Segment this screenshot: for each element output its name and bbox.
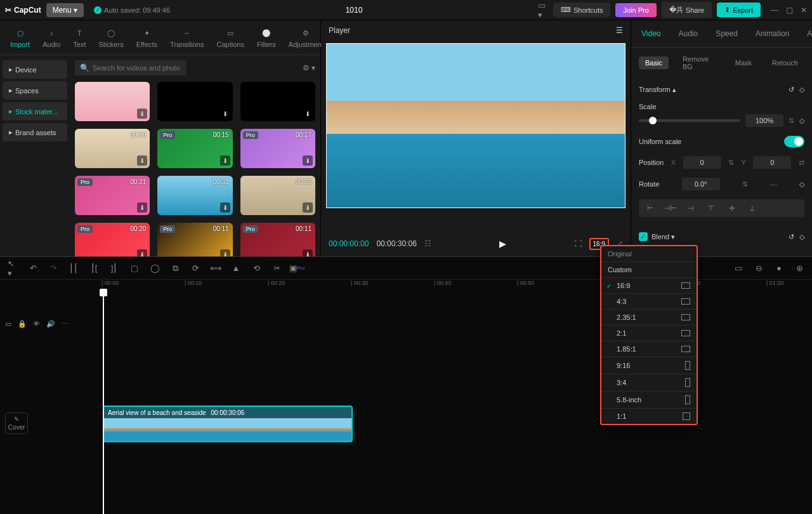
sidebar-item-3[interactable]: ▸Brand assets	[3, 123, 67, 142]
tab-audio[interactable]: ♪Audio	[37, 24, 65, 51]
tab-filters[interactable]: ⚪Filters	[252, 24, 281, 51]
rotate-icon[interactable]: ⟲	[251, 263, 261, 273]
preview-icon[interactable]: ▭	[5, 320, 11, 328]
keyframe-icon[interactable]: ◇	[799, 117, 804, 125]
align-left-icon[interactable]: ⊢	[641, 202, 659, 214]
tab-transitions[interactable]: ↔Transitions	[165, 24, 209, 51]
mirror-icon[interactable]: ⟺	[211, 263, 221, 273]
inspector-tab-adjust[interactable]: Adjust	[799, 25, 812, 42]
rotate-input[interactable]: 0.0°	[682, 178, 720, 190]
crop-icon[interactable]: ✂	[272, 263, 282, 273]
eye-icon[interactable]: 👁	[33, 320, 40, 328]
align-center-h-icon[interactable]: ⊣⊢	[662, 202, 679, 214]
pro-tool-icon[interactable]: ▣Pro	[292, 263, 302, 273]
undo-icon[interactable]: ↶	[28, 263, 38, 273]
download-icon[interactable]: ⬇	[220, 109, 230, 119]
join-pro-button[interactable]: Join Pro	[615, 3, 656, 17]
share-button[interactable]: �共 Share	[662, 2, 712, 18]
media-item-6[interactable]: Pro00:21⬇	[75, 176, 150, 215]
inspector-tab-video[interactable]: Video	[634, 25, 668, 42]
inspector-tab-audio[interactable]: Audio	[671, 25, 705, 42]
zoom-in-icon[interactable]: ⊕	[794, 263, 804, 273]
ratio-option-1-85-1[interactable]: 1.85:1	[601, 341, 697, 357]
keyframe-icon[interactable]: ◇	[799, 86, 804, 94]
subtab-retouch[interactable]: Retouch	[766, 56, 804, 69]
tab-effects[interactable]: ✦Effects	[131, 24, 162, 51]
align-right-icon[interactable]: ⊣	[682, 202, 700, 214]
focus-icon[interactable]: ⛶	[574, 239, 582, 248]
keyframe-icon[interactable]: ◇	[799, 180, 804, 188]
loop-icon[interactable]: ⟳	[190, 263, 200, 273]
media-item-9[interactable]: Pro00:20⬇	[75, 223, 150, 256]
align-bottom-icon[interactable]: ⊥	[743, 202, 761, 214]
delete-icon[interactable]: ▢	[129, 263, 140, 273]
download-icon[interactable]: ⬇	[303, 155, 313, 166]
select-tool-icon[interactable]: ↖ ▾	[8, 263, 18, 273]
ratio-option-2-1[interactable]: 2:1	[601, 326, 697, 341]
tab-text[interactable]: TText	[68, 24, 91, 51]
inspector-tab-animation[interactable]: Animation	[748, 25, 797, 42]
stepper-icon[interactable]: ⇅	[789, 117, 794, 125]
minimize-icon[interactable]: —	[771, 6, 778, 15]
keyframe-icon[interactable]: ◇	[799, 233, 804, 241]
rotate-icon[interactable]: —	[770, 180, 777, 188]
shortcuts-button[interactable]: ⌨ Shortcuts	[553, 3, 610, 17]
tab-stickers[interactable]: ◯Stickers	[94, 24, 129, 51]
download-icon[interactable]: ⬇	[303, 109, 313, 119]
media-item-10[interactable]: Pro00:11⬇	[157, 223, 232, 256]
media-item-7[interactable]: 00:31⬇	[157, 176, 232, 215]
tab-import[interactable]: ▢Import	[5, 24, 35, 51]
ratio-option-16-9[interactable]: 16:9	[601, 278, 697, 294]
ratio-option-9-16[interactable]: 9:16	[601, 357, 697, 374]
align-top-icon[interactable]: ⊤	[702, 202, 720, 214]
marker-icon[interactable]: ◯	[150, 263, 160, 273]
layers-icon[interactable]: ⧉	[170, 263, 180, 273]
marker2-icon[interactable]: ●	[774, 263, 784, 273]
media-item-2[interactable]: ⬇	[240, 82, 315, 121]
subtab-remove-bg[interactable]: Remove BG	[676, 53, 721, 73]
download-icon[interactable]: ⬇	[137, 249, 147, 256]
inspector-tab-speed[interactable]: Speed	[708, 25, 745, 42]
export-button[interactable]: ⬆ Export	[717, 3, 761, 17]
menu-icon[interactable]: ☰	[616, 26, 623, 35]
player-canvas[interactable]	[326, 43, 625, 208]
media-item-3[interactable]: 00:30⬇	[75, 129, 150, 168]
stepper-icon[interactable]: ⇅	[742, 180, 748, 188]
sidebar-item-1[interactable]: ▸Spaces	[3, 81, 67, 100]
ratio-option-2-35-1[interactable]: 2.35:1	[601, 310, 697, 326]
flip-icon[interactable]: ▲	[231, 263, 241, 273]
search-input[interactable]	[75, 60, 187, 76]
media-item-4[interactable]: Pro00:15⬇	[157, 129, 232, 168]
more-icon[interactable]: ⋯	[62, 320, 69, 328]
reset-icon[interactable]: ↺	[789, 233, 794, 241]
media-item-11[interactable]: Pro00:11⬇	[240, 223, 315, 256]
trim-right-icon[interactable]: ]⎮	[109, 263, 119, 273]
aspect-icon[interactable]: ▭ ▾	[538, 5, 548, 15]
zoom-out-icon[interactable]: ⊖	[754, 263, 764, 273]
speaker-icon[interactable]: 🔊	[46, 320, 55, 328]
media-item-8[interactable]: 00:25⬇	[240, 176, 315, 215]
media-item-0[interactable]: ⬇	[75, 82, 150, 121]
redo-icon[interactable]: ↷	[48, 263, 58, 273]
play-button[interactable]: ▶	[439, 239, 566, 249]
cover-button[interactable]: ✎ Cover	[5, 412, 28, 434]
download-icon[interactable]: ⬇	[303, 249, 313, 256]
project-title[interactable]: 1010	[175, 6, 533, 15]
uniform-scale-toggle[interactable]	[784, 136, 804, 147]
ratio-option-4-3[interactable]: 4:3	[601, 294, 697, 310]
stepper-icon[interactable]: ⇅	[728, 159, 734, 167]
tab-captions[interactable]: ▭Captions	[211, 24, 249, 51]
ratio-custom[interactable]: Custom	[601, 262, 697, 278]
media-item-5[interactable]: Pro00:17⬇	[240, 129, 315, 168]
reset-icon[interactable]: ↺	[789, 86, 794, 94]
close-icon[interactable]: ✕	[801, 6, 807, 15]
scale-slider[interactable]	[639, 119, 740, 122]
distribute-v-icon[interactable]: ⋯	[784, 202, 802, 214]
playhead[interactable]	[103, 293, 104, 514]
position-y-input[interactable]: 0	[753, 156, 791, 169]
download-icon[interactable]: ⬇	[220, 249, 230, 256]
ratio-original[interactable]: Original	[601, 246, 697, 262]
download-icon[interactable]: ⬇	[137, 155, 147, 166]
scale-value[interactable]: 100%	[745, 114, 783, 127]
list-icon[interactable]: ☷	[424, 239, 431, 248]
